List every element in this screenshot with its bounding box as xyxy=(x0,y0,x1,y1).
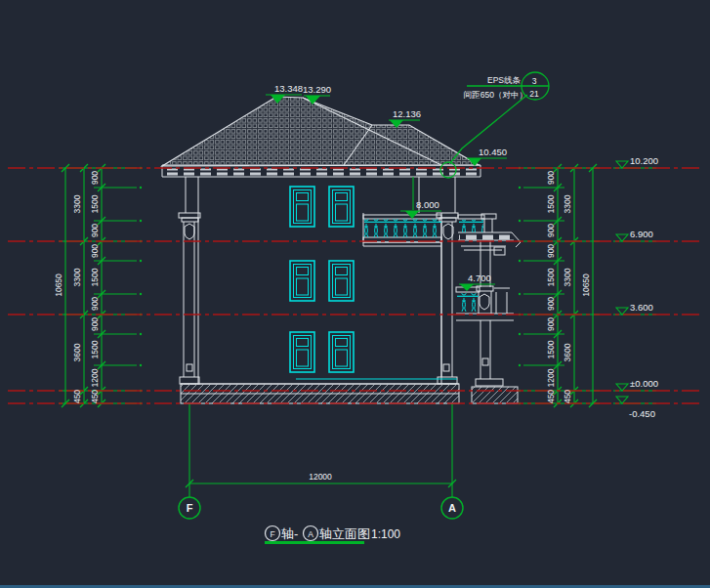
porch-balcony-balusters xyxy=(457,293,479,312)
dim-text: 450 xyxy=(90,390,100,403)
dim-text: 1500 xyxy=(90,340,100,358)
sheet-number: 21 xyxy=(529,89,539,99)
dim-text: 900 xyxy=(90,171,100,185)
detail-number: 3 xyxy=(532,76,537,86)
dim-text: 1500 xyxy=(546,268,556,286)
canopy-dentils xyxy=(459,234,511,240)
balcony-rail-level: 8.000 xyxy=(416,199,439,210)
dim-text: 3300 xyxy=(563,194,572,213)
dim-text: 1500 xyxy=(546,194,556,213)
dim-text: 900 xyxy=(546,317,556,331)
ground-level: ±0.000 xyxy=(630,378,658,389)
title-scale: 1:100 xyxy=(371,527,400,541)
title-axis1: F xyxy=(270,529,274,539)
dim-text-total: 10650 xyxy=(581,273,591,297)
parapet-level: 10.200 xyxy=(630,155,658,166)
floor2-level: 3.600 xyxy=(630,302,653,313)
axis-letter-left: F xyxy=(187,502,193,514)
dim-text: 900 xyxy=(546,171,556,185)
drawing-canvas[interactable]: 13.348 13.290 12.136 10.450 8.000 4.700 … xyxy=(0,0,710,588)
title-underline xyxy=(265,541,364,544)
title-axis2: A xyxy=(308,529,313,539)
porch-rail-level: 4.700 xyxy=(468,273,491,283)
dim-text: 450 xyxy=(563,390,572,403)
dim-text: 3300 xyxy=(563,268,572,286)
balcony-balusters xyxy=(364,219,441,237)
porch-plinth-block xyxy=(472,387,518,403)
dim-text: 1500 xyxy=(90,194,100,213)
dim-text: 900 xyxy=(90,297,100,311)
dim-text: 1200 xyxy=(90,368,100,387)
dim-text: 3600 xyxy=(72,343,82,361)
dim-text-total: 10650 xyxy=(54,273,63,297)
dim-text: 900 xyxy=(546,297,556,311)
ridge-main-level: 13.348 xyxy=(274,83,303,94)
dim-text: 3300 xyxy=(72,194,82,213)
dim-text: 450 xyxy=(72,390,82,403)
callout-line1: EPS线条 xyxy=(487,75,522,85)
dim-text: 3600 xyxy=(563,343,572,361)
dim-text: 1500 xyxy=(90,268,100,286)
title-suffix: 轴立面图 xyxy=(319,526,370,541)
dim-text: 900 xyxy=(90,317,100,331)
eave-level: 10.450 xyxy=(479,147,507,157)
ridge-lower-level: 12.136 xyxy=(393,108,421,119)
callout-line2: 间距650（对中） xyxy=(464,90,527,100)
ridge-second-level: 13.290 xyxy=(303,84,331,95)
title-sep: 轴- xyxy=(281,526,298,541)
axis-letter-right: A xyxy=(448,502,456,514)
eave-dentils xyxy=(163,169,480,176)
dim-text: 900 xyxy=(546,244,556,258)
dim-text: 1500 xyxy=(546,340,556,358)
floor3-level: 6.900 xyxy=(630,229,653,239)
dim-text: 900 xyxy=(546,224,556,237)
dim-text: 450 xyxy=(546,390,556,403)
porch-parapet-balusters xyxy=(459,220,483,232)
dim-text: 900 xyxy=(90,224,100,237)
dim-text: 1200 xyxy=(546,368,556,387)
dim-text: 3300 xyxy=(72,268,82,286)
cad-viewport[interactable]: 13.348 13.290 12.136 10.450 8.000 4.700 … xyxy=(0,0,710,588)
dim-text: 900 xyxy=(90,244,100,258)
site-level: -0.450 xyxy=(629,408,655,419)
overall-width-dim: 12000 xyxy=(309,472,332,482)
